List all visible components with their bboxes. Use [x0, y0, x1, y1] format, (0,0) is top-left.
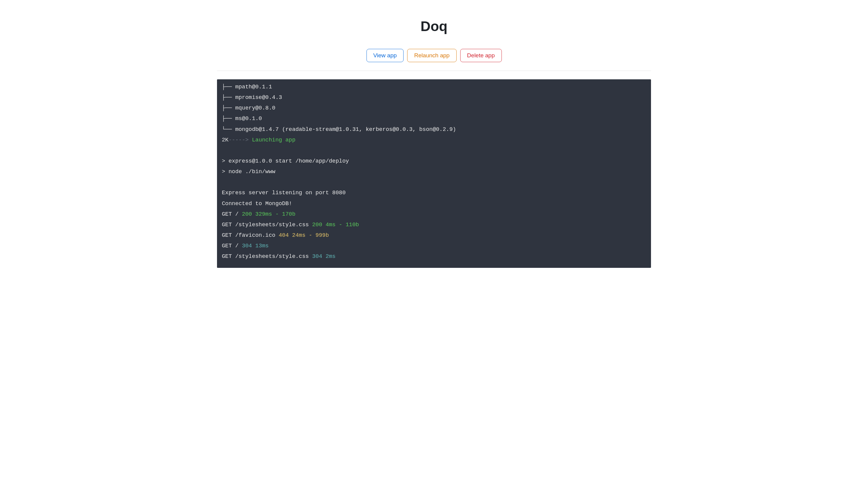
terminal-status: 304 2ms [312, 253, 336, 260]
divider [217, 70, 651, 71]
terminal-line: > express@1.0.0 start /home/app/deploy [222, 158, 349, 164]
terminal-request: GET /stylesheets/style.css [222, 222, 312, 228]
terminal-line: ├── mquery@0.8.0 [222, 105, 276, 111]
terminal-line: Express server listening on port 8080 [222, 190, 346, 196]
page-title: Doq [217, 18, 651, 34]
terminal-status: 304 13ms [242, 243, 269, 249]
terminal-status: 200 329ms - 170b [242, 211, 296, 218]
button-row: View app Relaunch app Delete app [217, 49, 651, 62]
terminal-status: 404 24ms - 999b [279, 232, 329, 238]
terminal-line: └── mongodb@1.4.7 (readable-stream@1.0.3… [222, 126, 456, 133]
relaunch-app-button[interactable]: Relaunch app [407, 49, 456, 62]
terminal-line: > node ./bin/www [222, 169, 276, 175]
delete-app-button[interactable]: Delete app [460, 49, 502, 62]
terminal-line: ├── mpath@0.1.1 [222, 84, 272, 90]
terminal-line: Connected to MongoDB! [222, 201, 292, 207]
terminal-request: GET /favicon.ico [222, 232, 279, 238]
terminal-launch-text: Launching app [252, 137, 296, 143]
terminal-line: ├── ms@0.1.0 [222, 115, 262, 122]
terminal-line: ├── mpromise@0.4.3 [222, 94, 282, 101]
terminal-line: 2K [222, 137, 228, 143]
terminal-request: GET /stylesheets/style.css [222, 253, 312, 260]
view-app-button[interactable]: View app [367, 49, 404, 62]
terminal-request: GET / [222, 211, 242, 218]
terminal-output: ├── mpath@0.1.1 ├── mpromise@0.4.3 ├── m… [217, 79, 651, 268]
terminal-status: 200 4ms - 110b [312, 222, 359, 228]
terminal-request: GET / [222, 243, 242, 249]
terminal-arrow: -----> [228, 137, 252, 143]
